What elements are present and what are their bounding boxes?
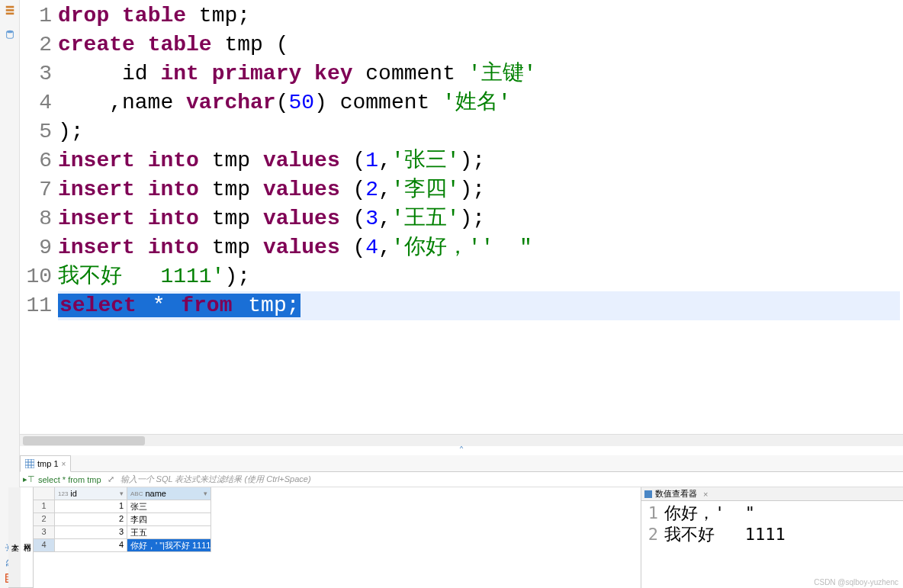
value-viewer-text: 你好，' "我不好 1111 — [664, 503, 786, 586]
watermark: CSDN @sqlboy-yuzhenc — [814, 578, 898, 586]
sql-preview-icon[interactable]: ▸⊤ — [20, 474, 35, 484]
grid-mode-tab[interactable]: 网格 — [21, 487, 33, 588]
code-pane: 1234567891011 drop table tmp;create tabl… — [20, 0, 903, 588]
code-content[interactable]: drop table tmp;create table tmp ( id int… — [56, 0, 903, 434]
line-number-gutter: 1234567891011 — [20, 0, 56, 434]
table-row[interactable]: 11张三 — [34, 500, 337, 513]
results-tab-bar: tmp 1 × — [20, 455, 903, 472]
outline-icon[interactable] — [5, 5, 15, 15]
table-row[interactable]: 33王五 — [34, 526, 337, 539]
horizontal-scrollbar[interactable] — [20, 434, 903, 446]
svg-rect-2 — [5, 13, 14, 15]
svg-rect-13 — [644, 490, 652, 498]
expand-icon[interactable]: ⤢ — [104, 474, 117, 484]
scrollbar-thumb[interactable] — [23, 436, 145, 445]
result-area: 网格 文本 123id▾ABCname▾11张三22李四33王五44你好，' "… — [20, 487, 903, 588]
editor-area: 1234567891011 drop table tmp;create tabl… — [0, 0, 903, 588]
results-tab[interactable]: tmp 1 × — [20, 455, 71, 472]
filter-bar: ▸⊤ select * from tmp ⤢ 输入一个 SQL 表达式来过滤结果… — [20, 472, 903, 487]
db-icon[interactable] — [5, 29, 15, 40]
svg-rect-8 — [25, 459, 34, 468]
svg-point-3 — [6, 31, 13, 34]
value-viewer-header: 数值查看器 × — [641, 487, 903, 501]
value-viewer-linenums: 12 — [646, 503, 664, 586]
column-header-id[interactable]: 123id▾ — [55, 487, 127, 500]
value-viewer-body[interactable]: 12 你好，' "我不好 1111 — [641, 501, 903, 588]
value-viewer-panel: 数值查看器 × 12 你好，' "我不好 1111 — [641, 487, 903, 588]
svg-rect-0 — [5, 6, 14, 8]
result-grid[interactable]: 123id▾ABCname▾11张三22李四33王五44你好，' "|我不好 1… — [34, 487, 337, 588]
executed-sql-label: select * from tmp — [35, 475, 104, 484]
table-row[interactable]: 44你好，' "|我不好 1111 — [34, 539, 337, 552]
tab-label: tmp 1 — [37, 459, 59, 468]
panel-resize-handle[interactable]: ⌃ — [20, 446, 903, 455]
filter-input-placeholder[interactable]: 输入一个 SQL 表达式来过滤结果 (使用 Ctrl+Space) — [117, 474, 314, 485]
result-mode-tabs: 网格 文本 — [20, 487, 34, 588]
close-icon[interactable]: × — [703, 490, 708, 499]
grid-spacer — [337, 487, 641, 588]
table-row[interactable]: 22李四 — [34, 513, 337, 526]
value-viewer-title: 数值查看器 — [655, 488, 697, 500]
svg-rect-1 — [5, 9, 14, 11]
code-editor[interactable]: 1234567891011 drop table tmp;create tabl… — [20, 0, 903, 434]
text-mode-tab[interactable]: 文本 — [8, 487, 21, 588]
close-icon[interactable]: × — [62, 460, 66, 468]
value-viewer-icon — [644, 490, 652, 498]
column-header-name[interactable]: ABCname▾ — [127, 487, 211, 500]
app-root: 1234567891011 drop table tmp;create tabl… — [0, 0, 903, 588]
table-icon — [25, 459, 34, 468]
